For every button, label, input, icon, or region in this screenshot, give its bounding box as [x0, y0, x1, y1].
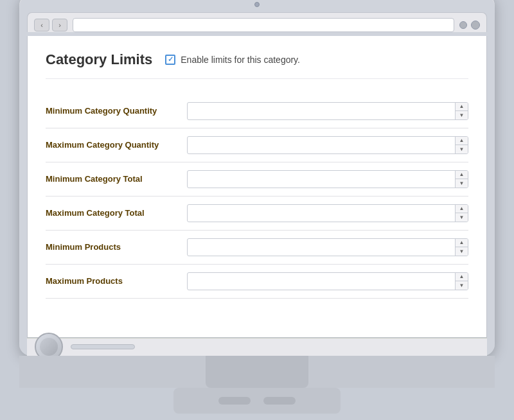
form-row-max-category-total: Maximum Category Total▲▼ [46, 197, 468, 231]
input-max-products[interactable] [187, 272, 468, 290]
spinners-min-category-total: ▲▼ [455, 171, 468, 188]
spinner-down-min-products[interactable]: ▼ [456, 247, 468, 256]
spinner-down-min-category-total[interactable]: ▼ [456, 179, 468, 188]
spinner-up-min-category-quantity[interactable]: ▲ [456, 103, 468, 112]
form-row-max-products: Maximum Products▲▼ [46, 265, 468, 299]
label-min-category-total: Minimum Category Total [46, 174, 187, 184]
status-knob-inner [40, 338, 58, 356]
monitor-outer: ‹ › Category Limits Enable limits for th… [19, 0, 495, 356]
input-wrap-max-products: ▲▼ [187, 272, 468, 290]
browser-content: Category Limits Enable limits for this c… [27, 36, 487, 338]
input-max-category-quantity[interactable] [187, 136, 468, 154]
form-row-min-category-quantity: Minimum Category Quantity▲▼ [46, 94, 468, 128]
spinner-down-max-category-quantity[interactable]: ▼ [456, 145, 468, 153]
base-knob-left [218, 397, 251, 405]
ctrl-dot-2 [471, 21, 480, 30]
browser-chrome: ‹ › [27, 12, 487, 32]
status-slider [71, 344, 135, 349]
spinners-max-category-quantity: ▲▼ [455, 137, 468, 153]
label-min-category-quantity: Minimum Category Quantity [46, 106, 187, 116]
monitor-base [173, 388, 341, 414]
enable-checkbox-row: Enable limits for this category. [165, 55, 300, 65]
form-row-min-products: Minimum Products▲▼ [46, 231, 468, 265]
spinners-max-products: ▲▼ [455, 273, 468, 290]
browser-toolbar: ‹ › [34, 18, 480, 32]
spinner-down-max-category-total[interactable]: ▼ [456, 213, 468, 222]
page-header: Category Limits Enable limits for this c… [46, 51, 468, 79]
input-min-products[interactable] [187, 238, 468, 256]
nav-buttons: ‹ › [34, 19, 67, 31]
monitor-base-wrap [173, 388, 341, 421]
monitor-stand-neck [206, 356, 308, 388]
spinners-min-category-quantity: ▲▼ [455, 103, 468, 119]
forward-button[interactable]: › [52, 19, 67, 31]
status-bar [27, 338, 487, 356]
spinner-up-min-products[interactable]: ▲ [456, 239, 468, 248]
input-wrap-min-products: ▲▼ [187, 238, 468, 256]
input-min-category-quantity[interactable] [187, 102, 468, 120]
address-bar[interactable] [73, 18, 454, 32]
page-title: Category Limits [46, 51, 152, 68]
spinner-up-min-category-total[interactable]: ▲ [456, 171, 468, 180]
input-min-category-total[interactable] [187, 170, 468, 188]
spinner-down-min-category-quantity[interactable]: ▼ [456, 111, 468, 119]
spinners-min-products: ▲▼ [455, 239, 468, 256]
input-wrap-min-category-quantity: ▲▼ [187, 102, 468, 120]
monitor-wrapper: ‹ › Category Limits Enable limits for th… [19, 0, 495, 420]
spinner-up-max-products[interactable]: ▲ [456, 273, 468, 282]
input-wrap-min-category-total: ▲▼ [187, 170, 468, 188]
form-row-max-category-quantity: Maximum Category Quantity▲▼ [46, 128, 468, 162]
label-max-products: Maximum Products [46, 276, 187, 286]
input-wrap-max-category-quantity: ▲▼ [187, 136, 468, 154]
input-max-category-total[interactable] [187, 204, 468, 222]
spinners-max-category-total: ▲▼ [455, 205, 468, 222]
enable-checkbox[interactable] [165, 55, 175, 65]
spinner-down-max-products[interactable]: ▼ [456, 281, 468, 290]
enable-label: Enable limits for this category. [181, 55, 300, 65]
label-max-category-total: Maximum Category Total [46, 208, 187, 218]
ctrl-dot-1 [459, 21, 467, 29]
spinner-up-max-category-quantity[interactable]: ▲ [456, 137, 468, 146]
monitor-camera [254, 2, 260, 7]
input-wrap-max-category-total: ▲▼ [187, 204, 468, 222]
back-button[interactable]: ‹ [34, 19, 49, 31]
label-min-products: Minimum Products [46, 242, 187, 252]
form-rows: Minimum Category Quantity▲▼Maximum Categ… [46, 94, 468, 299]
form-row-min-category-total: Minimum Category Total▲▼ [46, 162, 468, 197]
spinner-up-max-category-total[interactable]: ▲ [456, 205, 468, 214]
base-knob-right [263, 397, 296, 405]
monitor-stand [19, 356, 495, 388]
label-max-category-quantity: Maximum Category Quantity [46, 140, 187, 150]
browser-controls [459, 21, 480, 30]
